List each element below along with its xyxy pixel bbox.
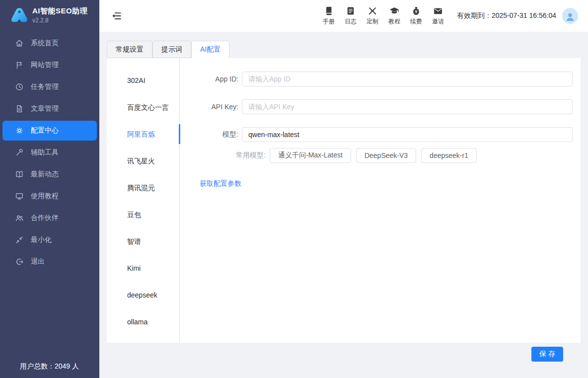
sidebar-item-minimize[interactable]: 最小化 [0,229,99,251]
sidebar-item-tools[interactable]: 辅助工具 [0,142,99,163]
main-content: 常规设置 提示词 AI配置 302AI 百 [99,32,588,378]
tab-ai-config[interactable]: AI配置 [191,41,229,58]
ai-config-form: App ID: API Key: 模型: 常用模型: 通 [180,58,581,343]
top-header: 手册 日志 定制 教程 续费 [99,0,588,32]
model-preset-button[interactable]: deepseek-r1 [421,148,477,163]
user-count-text: 用户总数：2049 人 [0,362,99,371]
header-action-log[interactable]: 日志 [340,6,362,26]
graduation-cap-icon [389,6,399,16]
provider-ali-bailian[interactable]: 阿里百炼 [119,121,179,148]
header-action-invite[interactable]: 邀请 [427,6,449,26]
logo-icon [10,7,29,24]
save-button[interactable]: 保 存 [531,347,563,362]
common-models-row: 常用模型: 通义千问-Max-Latest DeepSeek-V3 [200,148,573,163]
tab-bar: 常规设置 提示词 AI配置 [107,41,588,58]
header-action-custom[interactable]: 定制 [362,6,383,26]
article-doc-icon [15,104,24,113]
api-key-label: API Key: [200,103,242,111]
monitor-icon [15,192,24,201]
gear-icon [15,126,24,135]
expiry-label: 有效期到： [457,11,492,19]
provider-tencent-hunyuan[interactable]: 腾讯混元 [119,174,179,201]
app-id-input[interactable] [242,72,573,86]
collapse-menu-icon[interactable] [111,10,122,21]
app-logo: AI智能SEO助理 v2.2.8 [0,0,99,28]
app-id-row: App ID: [200,72,573,86]
api-key-row: API Key: [200,99,573,114]
provider-doubao[interactable]: 豆包 [119,201,179,228]
model-label: 模型: [200,130,242,139]
logo-text: AI智能SEO助理 v2.2.8 [32,6,87,24]
model-preset-button[interactable]: 通义千问-Max-Latest [270,148,351,163]
header-action-renew[interactable]: 续费 [405,6,427,26]
expiry-text: 有效期到：2025-07-31 16:56:04 [457,11,556,20]
invite-mail-icon [433,6,443,16]
minimize-icon [15,235,24,244]
save-row: 保 存 [99,347,588,362]
custom-tools-icon [368,6,377,16]
header-action-manual[interactable]: 手册 [318,6,340,26]
model-row: 模型: [200,127,573,142]
app-version: v2.2.8 [32,17,87,24]
tools-icon [15,148,24,157]
get-config-params-link[interactable]: 获取配置参数 [200,179,241,188]
tab-prompts[interactable]: 提示词 [152,41,191,58]
log-icon [346,6,356,16]
provider-kimi[interactable]: Kimi [119,255,179,282]
provider-zhipu[interactable]: 智谱 [119,228,179,255]
sidebar-item-articles[interactable]: 文章管理 [0,98,99,120]
model-input[interactable] [242,127,573,142]
logout-icon [15,257,24,266]
app-id-label: App ID: [200,75,242,83]
sidebar-item-home[interactable]: 系统首页 [0,32,99,54]
home-icon [15,39,24,48]
sidebar-item-tutorials[interactable]: 使用教程 [0,185,99,207]
header-right: 手册 日志 定制 教程 续费 [318,6,588,26]
sidebar-menu: 系统首页 网站管理 任务管理 文章管理 [0,32,99,273]
avatar[interactable] [562,8,578,24]
user-icon [564,11,576,23]
sidebar-item-config-center[interactable]: 配置中心 [2,121,97,141]
website-flag-icon [15,61,24,70]
provider-ollama[interactable]: ollama [119,308,179,335]
provider-tab-list: 302AI 百度文心一言 阿里百炼 讯飞星火 腾讯混元 [107,58,180,343]
news-book-icon [15,170,24,179]
model-preset-button[interactable]: DeepSeek-V3 [356,148,416,163]
manual-book-icon [324,6,334,16]
app-title: AI智能SEO助理 [32,6,87,16]
provider-302ai[interactable]: 302AI [119,67,179,94]
clock-icon [15,82,24,91]
config-card: 302AI 百度文心一言 阿里百炼 讯飞星火 腾讯混元 [107,58,581,343]
sidebar: AI智能SEO助理 v2.2.8 系统首页 网站管理 任务管理 [0,0,99,378]
sidebar-item-partners[interactable]: 合作伙伴 [0,207,99,229]
provider-deepseek[interactable]: deepseek [119,282,179,308]
expiry-value: 2025-07-31 16:56:04 [492,11,556,19]
tab-general-settings[interactable]: 常规设置 [107,41,152,58]
header-action-tutorial[interactable]: 教程 [383,6,405,26]
common-models-label: 常用模型: [200,151,270,160]
sidebar-item-tasks[interactable]: 任务管理 [0,76,99,98]
sidebar-item-exit[interactable]: 退出 [0,251,99,273]
sidebar-item-websites[interactable]: 网站管理 [0,54,99,76]
money-bag-icon [411,6,421,16]
common-model-buttons: 通义千问-Max-Latest DeepSeek-V3 deepseek-r1 [270,148,482,163]
partners-icon [15,214,24,223]
api-key-input[interactable] [242,99,573,114]
sidebar-item-news[interactable]: 最新动态 [0,163,99,185]
provider-baidu-wenxin[interactable]: 百度文心一言 [119,94,179,121]
provider-xunfei-spark[interactable]: 讯飞星火 [119,148,179,174]
